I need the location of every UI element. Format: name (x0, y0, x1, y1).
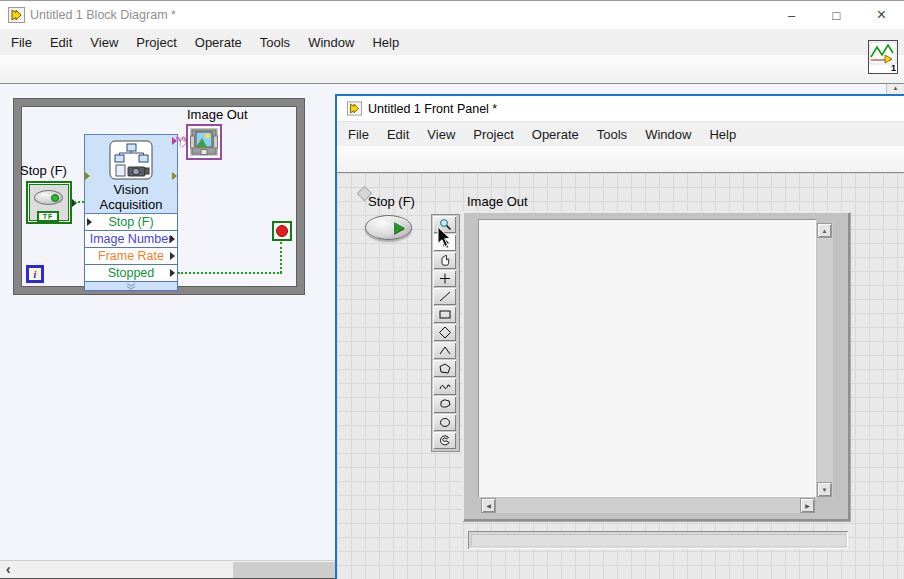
fp-menu-project[interactable]: Project (464, 123, 522, 146)
vision-acquisition-name: Vision Acquisition (85, 182, 177, 212)
vi-terminal-row[interactable]: Frame Rate (84, 248, 178, 265)
error-in-arrow-icon (85, 172, 90, 180)
stop-control-label: Stop (F) (20, 163, 67, 178)
vi-icon-button[interactable]: 1 (868, 40, 898, 74)
image-display-label: Image Out (467, 194, 528, 209)
bd-menu-operate[interactable]: Operate (186, 31, 251, 54)
tool-freehand-line-button[interactable] (433, 378, 456, 395)
vi-terminal-row[interactable]: Image Number (84, 231, 178, 248)
scroll-up-icon: ▲ (822, 228, 828, 234)
scrollbar-thumb[interactable] (233, 562, 335, 578)
expand-chevron-icon[interactable] (84, 282, 178, 291)
scroll-down-button[interactable]: ▼ (817, 482, 832, 497)
bd-menu-file[interactable]: File (2, 31, 41, 54)
scroll-left-button[interactable]: ◀ (481, 498, 496, 513)
bd-menubar: File Edit View Project Operate Tools Win… (0, 29, 904, 55)
output-arrow-icon (170, 269, 175, 277)
bd-menu-tools[interactable]: Tools (251, 31, 299, 54)
stop-control-glyph (34, 190, 63, 205)
image-vertical-scrollbar[interactable] (817, 223, 833, 497)
bd-menu-view[interactable]: View (81, 31, 127, 54)
stop-button[interactable] (365, 215, 412, 240)
stop-sign-icon (276, 225, 288, 237)
maximize-button[interactable]: □ (814, 1, 859, 29)
bd-toolbar: 15pt Application Font ▼ ▼ ▼ ▼ ▸| ? (0, 55, 904, 84)
image-out-indicator-terminal[interactable] (186, 124, 222, 160)
input-arrow-icon (87, 218, 92, 226)
tool-freehand-region-button[interactable] (433, 396, 456, 413)
scroll-down-icon: ▼ (822, 487, 828, 493)
fp-menu-window[interactable]: Window (636, 123, 700, 146)
scroll-left-icon: ◀ (486, 502, 491, 509)
fp-menubar: File Edit View Project Operate Tools Win… (337, 121, 904, 146)
fp-menu-tools[interactable]: Tools (588, 123, 636, 146)
bd-window-title: Untitled 1 Block Diagram * (30, 8, 176, 22)
row-label-frame-rate: Frame Rate (98, 249, 164, 263)
error-out-arrow-icon (172, 172, 177, 180)
scroll-up-button[interactable]: ▲ (817, 223, 832, 238)
fp-titlebar[interactable]: Untitled 1 Front Panel * (337, 96, 904, 121)
mouse-cursor (437, 227, 453, 249)
labview-vi-icon (8, 7, 25, 23)
bd-menu-project[interactable]: Project (127, 31, 185, 54)
scroll-right-button[interactable]: ▶ (800, 498, 815, 513)
fp-menu-operate[interactable]: Operate (523, 123, 588, 146)
stop-button-label: Stop (F) (368, 194, 415, 209)
loop-condition-terminal[interactable] (272, 221, 292, 241)
minimize-button[interactable]: – (769, 1, 814, 29)
scroll-right-icon: ▶ (805, 502, 810, 509)
tool-polyline-button[interactable] (433, 342, 456, 359)
loop-iteration-terminal[interactable]: i (26, 265, 44, 283)
vi-terminal-row[interactable]: Stop (F) (84, 214, 178, 231)
bd-window-controls: – □ × (769, 1, 904, 29)
image-tools-palette (431, 214, 460, 452)
vision-acquisition-vi[interactable]: Vision Acquisition Stop (F) Image Number… (84, 134, 178, 291)
fp-menu-help[interactable]: Help (700, 123, 745, 146)
labview-screen: Untitled 1 Block Diagram * – □ × File Ed… (0, 0, 904, 579)
output-arrow-icon (170, 235, 175, 243)
output-arrow-icon (170, 252, 175, 260)
vi-number-badge: 1 (891, 64, 896, 73)
close-button[interactable]: × (859, 1, 904, 29)
row-label-stopped: Stopped (108, 266, 155, 280)
bd-menu-help[interactable]: Help (363, 31, 408, 54)
bd-menu-edit[interactable]: Edit (41, 31, 81, 54)
vision-acquisition-icon-section: Vision Acquisition (84, 134, 178, 214)
labview-vi-icon (347, 101, 362, 116)
fp-menu-file[interactable]: File (339, 123, 378, 146)
fp-toolbar: 15pt Application Font ▼ ▼ ▼ ▼ ▼ (337, 146, 904, 173)
tool-oval-button[interactable] (433, 414, 456, 431)
tool-pan-button[interactable] (433, 252, 456, 269)
tool-annulus-button[interactable] (433, 432, 456, 449)
bd-titlebar[interactable]: Untitled 1 Block Diagram * – □ × (0, 1, 904, 29)
tool-line-button[interactable] (433, 288, 456, 305)
bd-menu-window[interactable]: Window (299, 31, 363, 54)
fp-window-title: Untitled 1 Front Panel * (368, 102, 497, 116)
stopped-wire-horizontal[interactable] (178, 272, 282, 274)
boolean-arrow-icon (394, 222, 405, 234)
vi-terminal-row[interactable]: Stopped (84, 265, 178, 282)
tool-diamond-button[interactable] (433, 324, 456, 341)
image-info-bar (468, 531, 848, 549)
image-horizontal-scrollbar[interactable] (481, 498, 815, 513)
row-label-stop: Stop (F) (108, 215, 153, 229)
scroll-left-icon[interactable]: ‹ (6, 561, 11, 577)
scroll-up-icon: ▲ (893, 85, 899, 91)
stop-wire[interactable] (74, 201, 84, 203)
tool-polygon-button[interactable] (433, 360, 456, 377)
tool-rectangle-button[interactable] (433, 306, 456, 323)
image-out-terminal-label: Image Out (187, 107, 248, 122)
boolean-type-label: TF (37, 211, 59, 222)
image-display-canvas[interactable] (478, 219, 816, 497)
bd-vertical-scrollbar[interactable]: ▲ (886, 84, 904, 94)
stopped-wire-vertical[interactable] (280, 242, 282, 273)
fp-menu-edit[interactable]: Edit (378, 123, 418, 146)
tool-crosshair-button[interactable] (433, 270, 456, 287)
front-panel-window: Untitled 1 Front Panel * File Edit View … (335, 94, 904, 579)
image-display[interactable]: ▲ ▼ ◀ ▶ (462, 211, 850, 521)
fp-menu-view[interactable]: View (418, 123, 464, 146)
stop-control-terminal[interactable]: TF (26, 181, 72, 224)
row-label-image-number: Image Number (90, 232, 173, 246)
input-arrow-icon (181, 139, 186, 147)
